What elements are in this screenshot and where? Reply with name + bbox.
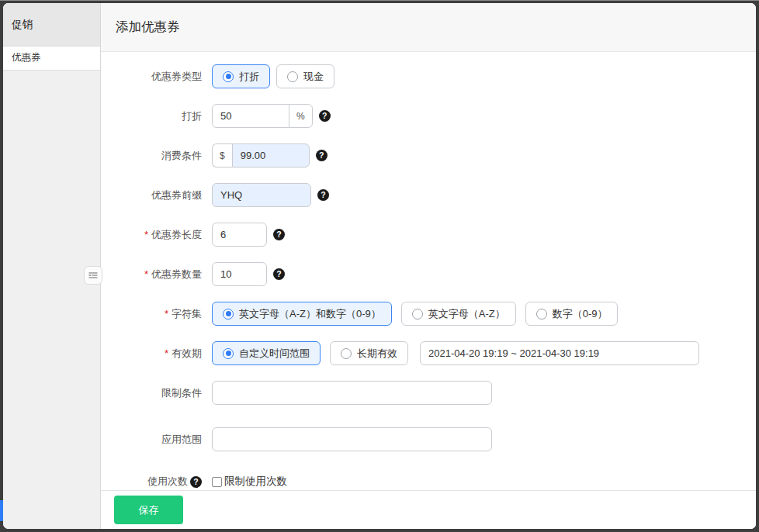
radio-validity-custom-range[interactable]: 自定义时间范围 [212,341,321,365]
coupon-form: 优惠券类型 打折 现金 打折 [101,52,756,490]
dollar-prefix: $ [212,143,232,168]
field-row-coupon-prefix: 优惠券前缀 ? [101,183,756,207]
radio-type-discount[interactable]: 打折 [212,64,270,88]
sidebar-collapse-button[interactable] [84,266,102,285]
main-panel: 添加优惠券 优惠券类型 打折 现金 [101,3,756,529]
coupon-prefix-input[interactable] [212,183,311,207]
page-title: 添加优惠券 [116,19,180,36]
radio-unselected-icon [287,71,298,82]
required-mark: * [144,268,148,280]
field-row-scope: 应用范围 [101,427,756,451]
radio-unselected-icon [412,309,423,320]
radio-charset-alpha[interactable]: 英文字母（A-Z） [401,302,516,326]
field-row-spend-condition: 消费条件 $ ? [101,143,756,168]
radio-unselected-icon [536,309,547,320]
limit-usage-checkbox-row[interactable]: 限制使用次数 [212,475,287,489]
list-indent-icon [88,270,99,281]
help-icon[interactable]: ? [319,110,331,122]
radio-selected-icon [223,71,234,82]
coupon-quantity-input[interactable] [212,262,267,286]
help-icon[interactable]: ? [316,150,328,161]
restriction-input[interactable] [212,381,492,405]
radio-type-cash[interactable]: 现金 [276,64,334,88]
field-row-usage: 使用次数 ? 限制使用次数 [101,474,756,489]
checkbox-unchecked-icon[interactable] [212,477,222,487]
field-row-coupon-type: 优惠券类型 打折 现金 [101,64,756,88]
page-header: 添加优惠券 [101,3,756,52]
radio-charset-numeric[interactable]: 数字（0-9） [525,302,619,326]
field-row-coupon-length: * 优惠券长度 ? [101,223,756,247]
sidebar-item-coupon[interactable]: 优惠券 [3,47,100,71]
coupon-length-label: * 优惠券长度 [101,228,202,242]
discount-label: 打折 [101,109,202,123]
help-icon[interactable]: ? [273,229,285,240]
date-range-input[interactable] [420,341,699,365]
charset-label: * 字符集 [101,307,202,321]
radio-selected-icon [223,309,234,320]
scope-label: 应用范围 [101,433,202,447]
sidebar-header: 促销 [3,3,100,47]
coupon-prefix-label: 优惠券前缀 [101,188,202,202]
coupon-type-label: 优惠券类型 [101,70,202,84]
help-icon[interactable]: ? [317,189,329,201]
radio-selected-icon [223,348,234,359]
field-row-coupon-quantity: * 优惠券数量 ? [101,262,756,286]
help-icon[interactable]: ? [190,476,202,488]
coupon-quantity-label: * 优惠券数量 [101,268,202,282]
help-icon[interactable]: ? [273,268,285,280]
validity-label: * 有效期 [101,347,202,361]
percent-suffix: % [289,104,313,128]
sidebar: 促销 优惠券 [3,3,101,529]
usage-label: 使用次数 ? [101,475,202,489]
form-footer: 保存 [101,490,756,529]
spend-condition-input[interactable] [232,143,310,168]
field-row-discount: 打折 % ? [101,104,756,128]
required-mark: * [165,308,168,320]
required-mark: * [165,347,168,359]
coupon-length-input[interactable] [212,223,267,247]
scope-input[interactable] [212,427,492,451]
radio-charset-alnum[interactable]: 英文字母（A-Z）和数字（0-9） [212,302,392,326]
discount-input[interactable] [212,104,289,128]
field-row-validity: * 有效期 自定义时间范围 长期有效 [101,341,756,365]
field-row-restriction: 限制条件 [101,381,756,405]
app-window: 促销 优惠券 添加优惠券 优惠券类型 [3,3,756,529]
radio-unselected-icon [341,348,352,359]
window-edge-artifact [0,500,3,521]
required-mark: * [144,229,148,240]
save-button[interactable]: 保存 [114,496,183,524]
field-row-charset: * 字符集 英文字母（A-Z）和数字（0-9） 英文字母（A-Z） 数字（0-9… [101,302,756,326]
radio-validity-permanent[interactable]: 长期有效 [330,341,408,365]
spend-condition-label: 消费条件 [101,149,202,163]
restriction-label: 限制条件 [101,386,202,400]
